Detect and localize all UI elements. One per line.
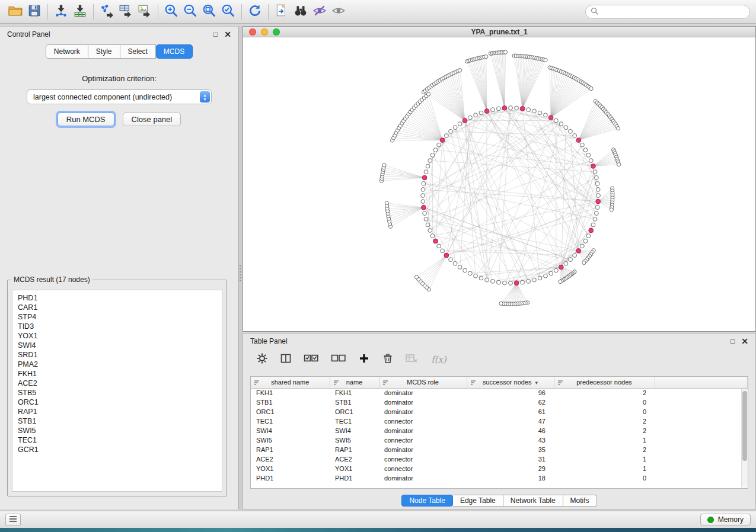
optimization-criterion-select[interactable]: largest connected component (undirected)… xyxy=(27,89,212,104)
tab-node-table[interactable]: Node Table xyxy=(401,495,453,507)
table-row[interactable]: YOX1YOX1connector291 xyxy=(251,464,748,473)
network-node[interactable] xyxy=(532,278,537,282)
network-node[interactable] xyxy=(426,223,430,227)
network-node[interactable] xyxy=(589,86,593,90)
network-node[interactable] xyxy=(538,111,542,115)
network-node[interactable] xyxy=(474,274,478,278)
network-node[interactable] xyxy=(437,143,441,147)
network-node[interactable] xyxy=(593,217,597,222)
network-node[interactable] xyxy=(573,134,577,138)
mcds-result-item[interactable]: CAR1 xyxy=(18,303,222,312)
network-node[interactable] xyxy=(554,268,558,273)
export-image-button[interactable] xyxy=(135,2,154,21)
show-columns-button[interactable] xyxy=(279,352,293,367)
network-node[interactable] xyxy=(421,188,425,192)
mcds-result-item[interactable]: GCR1 xyxy=(18,445,222,454)
dominator-node[interactable] xyxy=(520,106,525,111)
network-node[interactable] xyxy=(582,261,586,264)
network-node[interactable] xyxy=(422,181,426,185)
select-all-button[interactable] xyxy=(302,352,320,367)
network-node[interactable] xyxy=(458,265,462,270)
mcds-result-item[interactable]: STP4 xyxy=(18,312,222,322)
network-node[interactable] xyxy=(564,261,568,265)
network-node[interactable] xyxy=(591,223,595,227)
network-node[interactable] xyxy=(430,234,435,238)
column-header-shared-name[interactable]: shared name xyxy=(251,377,330,388)
network-node[interactable] xyxy=(589,159,593,163)
zoom-fit-button[interactable] xyxy=(200,2,219,21)
network-node[interactable] xyxy=(433,148,438,152)
network-node[interactable] xyxy=(616,126,620,130)
network-node[interactable] xyxy=(468,116,473,120)
network-node[interactable] xyxy=(527,108,531,112)
network-node[interactable] xyxy=(444,134,448,138)
table-scrollbar[interactable] xyxy=(741,389,748,488)
network-node[interactable] xyxy=(583,148,588,152)
network-node[interactable] xyxy=(509,281,513,286)
dominator-node[interactable] xyxy=(444,253,449,258)
network-node[interactable] xyxy=(453,126,457,130)
network-node[interactable] xyxy=(490,108,495,112)
network-node[interactable] xyxy=(424,217,428,222)
mcds-result-item[interactable]: ORC1 xyxy=(18,398,222,407)
column-header-name[interactable]: name xyxy=(330,377,379,388)
dominator-node[interactable] xyxy=(548,116,553,120)
network-node[interactable] xyxy=(437,244,441,248)
dominator-node[interactable] xyxy=(596,199,601,204)
network-node[interactable] xyxy=(458,122,462,126)
close-window-icon[interactable] xyxy=(249,28,256,36)
mcds-result-item[interactable]: ACE2 xyxy=(18,379,222,388)
open-session-button[interactable] xyxy=(6,2,25,21)
network-node[interactable] xyxy=(485,278,489,282)
network-node[interactable] xyxy=(569,129,573,133)
table-row[interactable]: ORC1ORC1dominator610 xyxy=(251,407,748,416)
network-node[interactable] xyxy=(580,244,585,248)
column-header-successor-nodes[interactable]: successor nodes▾ xyxy=(467,377,554,388)
zoom-out-button[interactable] xyxy=(181,2,200,21)
network-node[interactable] xyxy=(382,164,386,167)
minimize-window-icon[interactable] xyxy=(261,28,268,36)
network-node[interactable] xyxy=(549,271,553,275)
mcds-result-item[interactable]: STB1 xyxy=(18,416,222,426)
network-node[interactable] xyxy=(559,122,563,126)
dominator-node[interactable] xyxy=(591,164,596,169)
network-node[interactable] xyxy=(426,164,430,168)
network-node[interactable] xyxy=(583,239,588,243)
network-node[interactable] xyxy=(479,111,483,115)
memory-button[interactable]: Memory xyxy=(700,514,751,525)
table-row[interactable]: RAP1RAP1dominator352 xyxy=(251,445,748,454)
network-node[interactable] xyxy=(509,106,513,110)
network-node[interactable] xyxy=(479,276,483,280)
network-node[interactable] xyxy=(595,181,599,185)
tab-network[interactable]: Network xyxy=(46,44,88,59)
mcds-result-item[interactable]: FKH1 xyxy=(18,369,222,379)
dominator-node[interactable] xyxy=(433,239,438,243)
dominator-node[interactable] xyxy=(484,109,489,114)
deselect-all-button[interactable] xyxy=(330,352,347,367)
search-input[interactable] xyxy=(601,8,749,16)
network-node[interactable] xyxy=(610,208,613,211)
dominator-node[interactable] xyxy=(440,138,445,143)
run-mcds-button[interactable]: Run MCDS xyxy=(58,113,114,126)
add-column-button[interactable] xyxy=(357,352,371,367)
network-node[interactable] xyxy=(580,143,585,147)
network-node[interactable] xyxy=(593,170,597,174)
network-node[interactable] xyxy=(617,163,621,166)
search-network-button[interactable] xyxy=(291,2,310,21)
network-node[interactable] xyxy=(564,126,568,130)
dominator-node[interactable] xyxy=(576,138,581,143)
mcds-result-item[interactable]: YOX1 xyxy=(18,331,222,341)
network-node[interactable] xyxy=(430,153,435,158)
mcds-result-item[interactable]: PHD1 xyxy=(18,293,222,303)
network-node[interactable] xyxy=(458,69,461,72)
network-node[interactable] xyxy=(544,58,547,62)
network-node[interactable] xyxy=(496,280,500,284)
network-node[interactable] xyxy=(573,254,577,258)
dominator-node[interactable] xyxy=(576,249,581,254)
network-node[interactable] xyxy=(424,170,428,174)
dominator-node[interactable] xyxy=(514,281,519,286)
column-header-mcds-role[interactable]: MCDS role xyxy=(379,377,467,388)
network-node[interactable] xyxy=(503,281,507,285)
maximize-window-icon[interactable] xyxy=(273,28,280,36)
network-node[interactable] xyxy=(428,229,432,233)
